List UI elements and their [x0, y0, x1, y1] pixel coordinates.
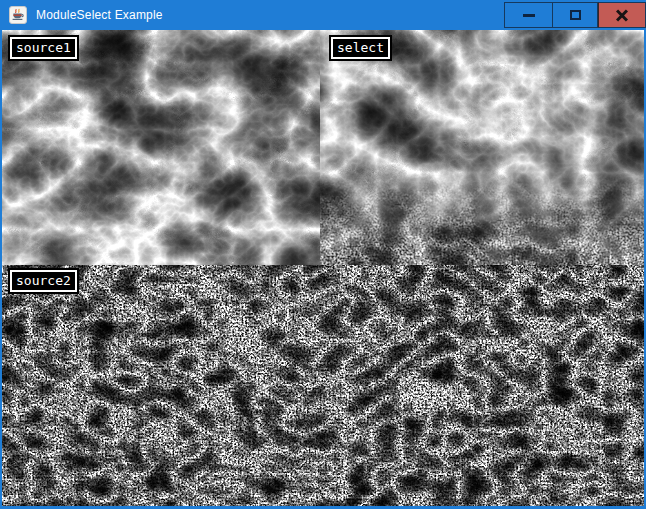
window-controls: [504, 2, 646, 28]
maximize-icon: [570, 10, 581, 20]
source2-label: source2: [10, 270, 77, 292]
titlebar[interactable]: ModuleSelect Example: [0, 0, 646, 30]
render-area: source1 select source2: [2, 30, 644, 506]
close-button[interactable]: [598, 2, 646, 28]
source1-label: source1: [10, 37, 77, 59]
maximize-button[interactable]: [552, 2, 598, 28]
close-icon: [615, 8, 629, 22]
window-title: ModuleSelect Example: [36, 8, 163, 22]
select-label: select: [331, 37, 390, 59]
noise-canvas: [2, 30, 644, 506]
minimize-button[interactable]: [504, 2, 552, 28]
source1-texture: [2, 30, 320, 265]
app-window: ModuleSelect Example: [0, 0, 646, 509]
minimize-icon: [523, 14, 535, 17]
java-app-icon: [9, 6, 27, 24]
source2-texture: [2, 265, 644, 506]
